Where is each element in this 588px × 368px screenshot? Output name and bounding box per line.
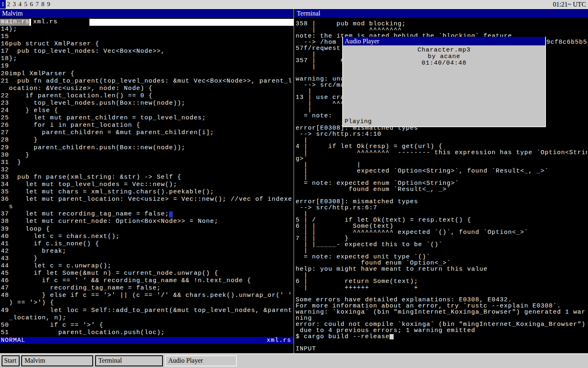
taskbar-item-malvim[interactable]: Malvim (21, 355, 93, 366)
editor-line: 36 let mut parent_location: Vec<usize> =… (1, 196, 293, 203)
terminal-line: INPUT (296, 346, 587, 352)
tab-xml-rs[interactable]: xml.rs (31, 19, 89, 26)
editor-line: 32 (1, 166, 293, 174)
terminal-line: 7 | | } (296, 236, 587, 242)
editor-line: 29 parent_children.push(Box::new(node)); (1, 144, 293, 152)
editor-line: 40 let c = chars.next(); (1, 233, 293, 240)
editor-line: 42 break; (1, 248, 293, 255)
editor-line: ) == '>') { (1, 299, 293, 307)
terminal-line: | (296, 272, 587, 278)
editor-line: 20impl XmlParser { (1, 70, 293, 78)
taskbar-item-audio-player[interactable]: Audio Player (165, 355, 237, 366)
editor-tabline: main.rs xml.rs (0, 19, 294, 26)
terminal-line: | (296, 137, 587, 144)
terminal-line (296, 340, 587, 346)
terminal-line: | (296, 174, 587, 180)
track-title: Character.mp3 (343, 47, 545, 54)
editor-line: 37 let mut recording_tag_name = false; (1, 211, 293, 218)
editor-line: 22 if parent_location.len() == 0 { (1, 92, 293, 100)
editor-line: 47 recording_tag_name = false; (1, 285, 293, 292)
editor-line: 44 let c = c.unwrap(); (1, 263, 293, 270)
terminal-line: found enum `Result<_, _>` (296, 186, 587, 193)
editor-line: 15 (1, 33, 293, 40)
terminal-line: 6 | | Some(text) (296, 223, 587, 229)
editor-line: 43 } (1, 255, 293, 263)
editor-buffer[interactable]: 14};1516pub struct XmlParser {17 pub top… (1, 26, 293, 337)
terminal-line: | ++++++ + (296, 285, 587, 291)
terminal-line: | (296, 211, 587, 217)
top-bar: 123456789 01:21~ UTC (0, 0, 588, 9)
clock: 01:21~ UTC (553, 0, 586, 9)
workspace-7[interactable]: 7 (34, 0, 40, 9)
editor-line: 41 if c.is_none() { (1, 240, 293, 248)
terminal-line (296, 291, 587, 297)
editor-line: 49 let loc = Self::add_to_parent(&mut to… (1, 307, 293, 314)
terminal-line-right-fragment: 9cf8c6b5b5 (546, 39, 587, 45)
terminal-line: For more information about an error, try… (296, 303, 587, 309)
editor-line: 33 pub fn parse(xml_string: &str) -> Sel… (1, 174, 293, 181)
editor-line: 19 (1, 63, 293, 70)
editor-line: 45 if let Some(&mut n) = current_node.un… (1, 270, 293, 277)
terminal-line: due to 4 previous errors; 1 warning emit… (296, 328, 587, 334)
editor-line: _location, n); (1, 314, 293, 322)
editor-line: 51 parent_location.push(loc); (1, 329, 293, 337)
terminal-line: help: you might have meant to return thi… (296, 266, 587, 272)
editor-line: 35 let mut chars = xml_string.chars().pe… (1, 188, 293, 196)
terminal-line: --> src/http.rs:4:10 (296, 131, 587, 137)
workspace-4[interactable]: 4 (17, 0, 23, 9)
workspace-1[interactable]: 1 (0, 0, 6, 9)
terminal-line: --> src/http.rs:6:7 (296, 205, 587, 211)
terminal-line: 6 | return Some(text); (296, 278, 587, 285)
terminal-line: g>` (296, 156, 587, 162)
workspace-9[interactable]: 9 (46, 0, 51, 9)
tab-main-rs[interactable]: main.rs (0, 19, 29, 26)
editor-line: 21 pub fn add_to_parent(top_level_nodes:… (1, 78, 293, 85)
editor-titlebar[interactable]: Malvim (0, 9, 294, 18)
editor-line: 18}; (1, 55, 293, 63)
editor-line: 28 } (1, 137, 293, 144)
terminal-line: = note: expected unit type `()` (296, 254, 587, 260)
editor-line-cursor (169, 211, 173, 218)
editor-line: 14}; (1, 26, 293, 33)
editor-line: 16pub struct XmlParser { (1, 40, 293, 48)
terminal-line: | (296, 248, 587, 254)
editor-line: 26 for i in parent_location { (1, 122, 293, 129)
editor-line: 46 if c == ' ' && recording_tag_name && … (1, 277, 293, 285)
workspace-3[interactable]: 3 (11, 0, 17, 9)
track-artist: by acane (343, 54, 545, 60)
statusbar-filename: xml.rs (267, 337, 291, 344)
terminal-line: = note: expected enum `Option<String>` (296, 180, 587, 186)
editor-line: ocation: &Vec<usize>, node: Node) { (1, 85, 293, 92)
audio-player-body: Character.mp3 by acane 01:40/04:48 Playi… (343, 45, 545, 126)
editor-statusbar: NORMAL xml.rs (0, 337, 294, 344)
terminal-line: | |_____- expected this to be `()` (296, 242, 587, 248)
editor-line: 50 if c == '>' { (1, 322, 293, 329)
terminal-line: found enum `Option<_>` (296, 260, 587, 266)
editor-line: 23 top_level_nodes.push(Box::new(node)); (1, 100, 293, 107)
workspace-8[interactable]: 8 (40, 0, 46, 9)
workspace-5[interactable]: 5 (23, 0, 29, 9)
editor-line: 39 loop { (1, 226, 293, 233)
start-button[interactable]: Start (2, 355, 20, 366)
workspace-6[interactable]: 6 (29, 0, 34, 9)
editor-line: 38 let mut current_node: Option<Box<Node… (1, 218, 293, 225)
editor-line: 24 } else { (1, 107, 293, 114)
terminal-titlebar[interactable]: Terminal (295, 9, 588, 18)
terminal-line: | | ^^^^^^^^^^ expected `()`, found `Opt… (296, 229, 587, 236)
desktop: 123456789 01:21~ UTC Malvim main.rs xml.… (0, 0, 588, 368)
editor-window: Malvim main.rs xml.rs 14};1516pub struct… (0, 9, 294, 353)
editor-line: 31 } (1, 159, 293, 166)
workspace-2[interactable]: 2 (6, 0, 11, 9)
playback-status: Playing (345, 118, 372, 125)
editor-line: 27 parent_children = &mut parent_childre… (1, 129, 293, 137)
track-time: 01:40/04:48 (343, 60, 545, 67)
terminal-line: | | (296, 162, 587, 168)
terminal-line (296, 193, 587, 199)
terminal-line-cursor (390, 334, 394, 339)
editor-line: s (1, 203, 293, 211)
editor-line: 48 } else if c == '>' || (c == '/' && ch… (1, 292, 293, 299)
audio-player-titlebar[interactable]: Audio Player (343, 37, 545, 45)
terminal-line: | ^^^^^^^^ (296, 27, 587, 33)
terminal-line: | ^^^^^^^^ -------- this expression has … (296, 150, 587, 156)
taskbar-item-terminal[interactable]: Terminal (95, 355, 163, 366)
